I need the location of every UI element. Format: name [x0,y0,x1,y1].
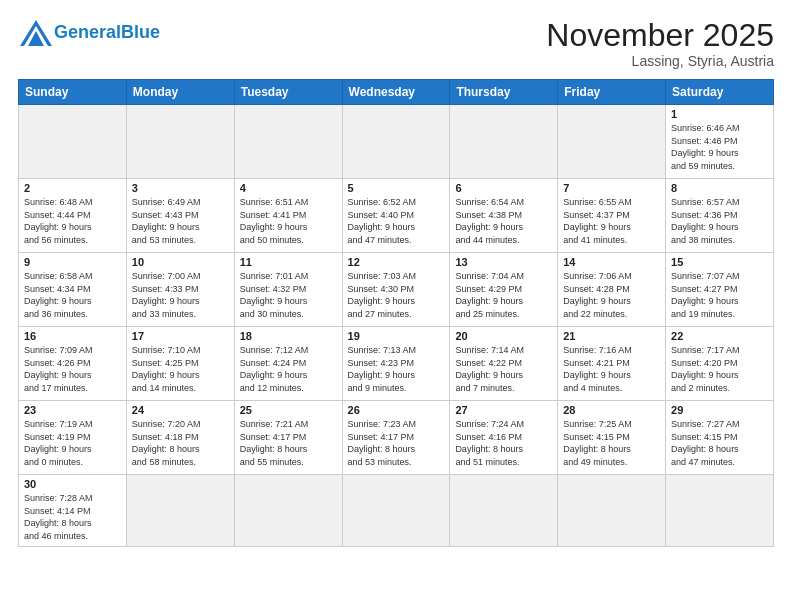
day-16: 16 Sunrise: 7:09 AMSunset: 4:26 PMDaylig… [19,327,127,401]
empty-cell [126,475,234,546]
day-22: 22 Sunrise: 7:17 AMSunset: 4:20 PMDaylig… [666,327,774,401]
logo: GeneralBlue [18,18,160,46]
day-1: 1 Sunrise: 6:46 AM Sunset: 4:46 PM Dayli… [666,105,774,179]
day-26: 26 Sunrise: 7:23 AMSunset: 4:17 PMDaylig… [342,401,450,475]
day-13: 13 Sunrise: 7:04 AMSunset: 4:29 PMDaylig… [450,253,558,327]
day-25: 25 Sunrise: 7:21 AMSunset: 4:17 PMDaylig… [234,401,342,475]
day-10: 10 Sunrise: 7:00 AMSunset: 4:33 PMDaylig… [126,253,234,327]
calendar-row-2: 2 Sunrise: 6:48 AMSunset: 4:44 PMDayligh… [19,179,774,253]
day-15: 15 Sunrise: 7:07 AMSunset: 4:27 PMDaylig… [666,253,774,327]
day-3: 3 Sunrise: 6:49 AMSunset: 4:43 PMDayligh… [126,179,234,253]
day-2: 2 Sunrise: 6:48 AMSunset: 4:44 PMDayligh… [19,179,127,253]
day-17: 17 Sunrise: 7:10 AMSunset: 4:25 PMDaylig… [126,327,234,401]
empty-cell [19,105,127,179]
header-tuesday: Tuesday [234,80,342,105]
day-23: 23 Sunrise: 7:19 AMSunset: 4:19 PMDaylig… [19,401,127,475]
logo-icon [18,18,50,46]
logo-general: General [54,22,121,42]
day-7: 7 Sunrise: 6:55 AMSunset: 4:37 PMDayligh… [558,179,666,253]
calendar-row-5: 23 Sunrise: 7:19 AMSunset: 4:19 PMDaylig… [19,401,774,475]
empty-cell [450,105,558,179]
calendar-row-6: 30 Sunrise: 7:28 AMSunset: 4:14 PMDaylig… [19,475,774,546]
header-thursday: Thursday [450,80,558,105]
weekday-header-row: Sunday Monday Tuesday Wednesday Thursday… [19,80,774,105]
calendar-row-4: 16 Sunrise: 7:09 AMSunset: 4:26 PMDaylig… [19,327,774,401]
day-9: 9 Sunrise: 6:58 AMSunset: 4:34 PMDayligh… [19,253,127,327]
header-saturday: Saturday [666,80,774,105]
logo-text: GeneralBlue [54,23,160,41]
page: GeneralBlue November 2025 Lassing, Styri… [0,0,792,612]
empty-cell [666,475,774,546]
logo-blue: Blue [121,22,160,42]
day-8: 8 Sunrise: 6:57 AMSunset: 4:36 PMDayligh… [666,179,774,253]
empty-cell [558,475,666,546]
header-monday: Monday [126,80,234,105]
title-block: November 2025 Lassing, Styria, Austria [546,18,774,69]
empty-cell [342,105,450,179]
empty-cell [234,475,342,546]
header-wednesday: Wednesday [342,80,450,105]
day-6: 6 Sunrise: 6:54 AMSunset: 4:38 PMDayligh… [450,179,558,253]
day-20: 20 Sunrise: 7:14 AMSunset: 4:22 PMDaylig… [450,327,558,401]
day-30: 30 Sunrise: 7:28 AMSunset: 4:14 PMDaylig… [19,475,127,546]
day-14: 14 Sunrise: 7:06 AMSunset: 4:28 PMDaylig… [558,253,666,327]
header: GeneralBlue November 2025 Lassing, Styri… [18,18,774,69]
day-29: 29 Sunrise: 7:27 AMSunset: 4:15 PMDaylig… [666,401,774,475]
day-19: 19 Sunrise: 7:13 AMSunset: 4:23 PMDaylig… [342,327,450,401]
day-24: 24 Sunrise: 7:20 AMSunset: 4:18 PMDaylig… [126,401,234,475]
day-5: 5 Sunrise: 6:52 AMSunset: 4:40 PMDayligh… [342,179,450,253]
empty-cell [234,105,342,179]
day-28: 28 Sunrise: 7:25 AMSunset: 4:15 PMDaylig… [558,401,666,475]
header-friday: Friday [558,80,666,105]
calendar-row-3: 9 Sunrise: 6:58 AMSunset: 4:34 PMDayligh… [19,253,774,327]
calendar: Sunday Monday Tuesday Wednesday Thursday… [18,79,774,546]
day-21: 21 Sunrise: 7:16 AMSunset: 4:21 PMDaylig… [558,327,666,401]
header-sunday: Sunday [19,80,127,105]
day-18: 18 Sunrise: 7:12 AMSunset: 4:24 PMDaylig… [234,327,342,401]
empty-cell [126,105,234,179]
day-12: 12 Sunrise: 7:03 AMSunset: 4:30 PMDaylig… [342,253,450,327]
empty-cell [558,105,666,179]
empty-cell [450,475,558,546]
empty-cell [342,475,450,546]
day-11: 11 Sunrise: 7:01 AMSunset: 4:32 PMDaylig… [234,253,342,327]
calendar-row-1: 1 Sunrise: 6:46 AM Sunset: 4:46 PM Dayli… [19,105,774,179]
location: Lassing, Styria, Austria [546,53,774,69]
day-27: 27 Sunrise: 7:24 AMSunset: 4:16 PMDaylig… [450,401,558,475]
day-4: 4 Sunrise: 6:51 AMSunset: 4:41 PMDayligh… [234,179,342,253]
month-title: November 2025 [546,18,774,53]
